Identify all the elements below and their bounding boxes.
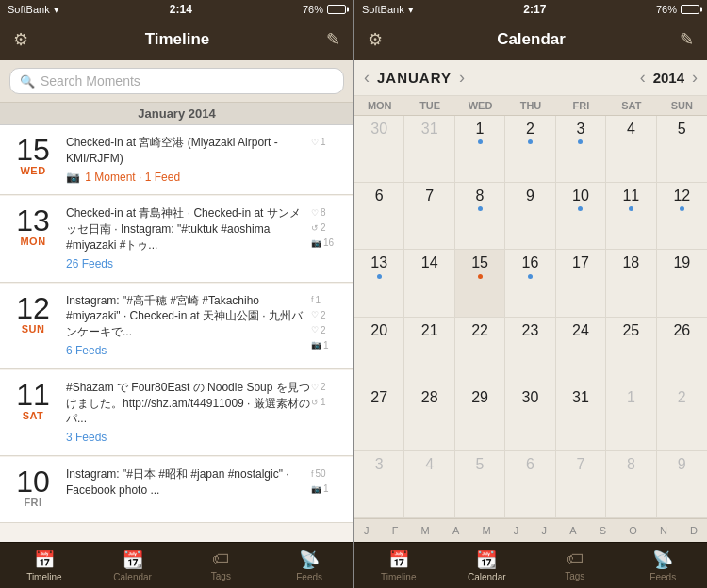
meta-row-12a: f 1 bbox=[311, 293, 344, 308]
cal-day-10[interactable]: 10 bbox=[556, 183, 606, 249]
prev-month-btn[interactable]: ‹ bbox=[358, 66, 375, 90]
cal-day-3[interactable]: 3 bbox=[556, 116, 606, 182]
month-nav-sep[interactable]: S bbox=[600, 525, 606, 536]
cal-day-1[interactable]: 1 bbox=[455, 116, 505, 182]
tab-timeline-left[interactable]: 📅 Timeline bbox=[0, 543, 89, 588]
edit-icon-right[interactable]: ✎ bbox=[680, 29, 694, 50]
cal-day-3-next[interactable]: 3 bbox=[354, 451, 404, 517]
month-nav-jun[interactable]: J bbox=[514, 525, 519, 536]
day-31: 31 bbox=[572, 388, 589, 406]
day-26: 26 bbox=[673, 321, 690, 339]
cal-day-1-next[interactable]: 1 bbox=[606, 384, 656, 450]
cal-day-4[interactable]: 4 bbox=[606, 116, 656, 182]
cal-day-18[interactable]: 18 bbox=[606, 250, 656, 316]
tab-timeline-right[interactable]: 📅 Timeline bbox=[354, 543, 443, 588]
day-5: 5 bbox=[678, 120, 686, 138]
cal-day-23[interactable]: 23 bbox=[505, 318, 555, 384]
cal-day-7-next[interactable]: 7 bbox=[556, 451, 606, 517]
settings-icon-left[interactable]: ⚙ bbox=[13, 29, 28, 50]
weekday-mon: MON bbox=[354, 96, 404, 115]
day-12: 12 bbox=[673, 187, 690, 204]
cal-day-27[interactable]: 27 bbox=[354, 384, 404, 450]
settings-icon-right[interactable]: ⚙ bbox=[368, 29, 383, 50]
cal-day-9-next[interactable]: 9 bbox=[657, 451, 707, 517]
cal-day-22[interactable]: 22 bbox=[455, 318, 505, 384]
feeds-link-12[interactable]: 6 Feeds bbox=[66, 343, 311, 359]
cal-day-12[interactable]: 12 bbox=[657, 183, 707, 249]
date-13: 13 MON bbox=[9, 205, 57, 271]
moment-text-15: 1 Moment · 1 Feed bbox=[85, 171, 180, 184]
day-23: 23 bbox=[522, 321, 539, 339]
cal-day-16[interactable]: 16 bbox=[505, 250, 555, 316]
cal-day-14[interactable]: 14 bbox=[404, 250, 454, 316]
tab-calendar-right[interactable]: 📆 Calendar bbox=[443, 543, 532, 588]
cal-day-8-next[interactable]: 8 bbox=[606, 451, 656, 517]
cal-day-30-prev[interactable]: 30 bbox=[354, 116, 404, 182]
cal-day-29[interactable]: 29 bbox=[455, 384, 505, 450]
cal-day-7[interactable]: 7 bbox=[404, 183, 454, 249]
cal-day-6-next[interactable]: 6 bbox=[505, 451, 555, 517]
edit-icon-left[interactable]: ✎ bbox=[326, 29, 340, 50]
tab-calendar-left[interactable]: 📆 Calendar bbox=[89, 543, 177, 588]
cal-day-26[interactable]: 26 bbox=[657, 318, 707, 384]
dot-16 bbox=[528, 274, 533, 279]
section-header-january: January 2014 bbox=[0, 103, 354, 125]
meta-row-12b: ♡ 2 bbox=[311, 308, 344, 323]
cal-day-5-next[interactable]: 5 bbox=[455, 451, 505, 517]
cal-day-30[interactable]: 30 bbox=[505, 384, 555, 450]
feeds-link-11[interactable]: 3 Feeds bbox=[66, 430, 311, 446]
month-nav-jan[interactable]: J bbox=[364, 525, 370, 536]
month-nav-apr[interactable]: A bbox=[452, 525, 459, 536]
tab-feeds-left[interactable]: 📡 Feeds bbox=[265, 543, 354, 588]
day-8: 8 bbox=[476, 187, 485, 204]
cal-day-5[interactable]: 5 bbox=[657, 116, 707, 182]
month-nav-aug[interactable]: A bbox=[569, 525, 576, 536]
day-7: 7 bbox=[425, 187, 434, 204]
cal-day-9[interactable]: 9 bbox=[505, 183, 555, 249]
feeds-link-13[interactable]: 26 Feeds bbox=[66, 256, 311, 272]
calendar-weekdays: MON TUE WED THU FRI SAT SUN bbox=[354, 96, 707, 116]
status-bar-left: SoftBank ▾ 2:14 76% bbox=[0, 0, 354, 19]
cal-day-24[interactable]: 24 bbox=[556, 318, 606, 384]
prev-year-btn[interactable]: ‹ bbox=[634, 66, 651, 90]
status-bar-right: SoftBank ▾ 2:17 76% bbox=[354, 0, 707, 19]
cal-day-4-next[interactable]: 4 bbox=[404, 451, 454, 517]
cal-day-2-next[interactable]: 2 bbox=[657, 384, 707, 450]
month-nav-jul[interactable]: J bbox=[541, 525, 547, 536]
tab-tags-left[interactable]: 🏷 Tags bbox=[177, 543, 266, 588]
count-11a: 2 bbox=[321, 380, 326, 395]
cal-day-31[interactable]: 31 bbox=[556, 384, 606, 450]
timeline-list[interactable]: 15 WED Checked-in at 宮崎空港 (Miyazaki Airp… bbox=[0, 125, 354, 542]
cal-day-6[interactable]: 6 bbox=[354, 183, 404, 249]
month-nav-dec[interactable]: D bbox=[690, 525, 698, 536]
cal-day-15[interactable]: 15 bbox=[455, 250, 505, 316]
cal-day-19[interactable]: 19 bbox=[657, 250, 707, 316]
cal-day-8[interactable]: 8 bbox=[455, 183, 505, 249]
next-month-btn[interactable]: › bbox=[453, 66, 470, 90]
month-nav-mar[interactable]: M bbox=[421, 525, 430, 536]
month-nav-nov[interactable]: N bbox=[660, 525, 667, 536]
month-nav-oct[interactable]: O bbox=[629, 525, 637, 536]
cal-day-2[interactable]: 2 bbox=[505, 116, 555, 182]
cal-day-21[interactable]: 21 bbox=[404, 318, 454, 384]
month-nav-feb[interactable]: F bbox=[392, 525, 399, 536]
cal-day-25[interactable]: 25 bbox=[606, 318, 656, 384]
month-nav-may[interactable]: M bbox=[482, 525, 490, 536]
tab-tags-right[interactable]: 🏷 Tags bbox=[531, 543, 619, 588]
wifi-icon-left: ▾ bbox=[54, 4, 59, 16]
cal-day-13[interactable]: 13 bbox=[354, 250, 404, 316]
tab-tags-icon-left: 🏷 bbox=[212, 549, 229, 569]
weekday-sat: SAT bbox=[606, 96, 656, 115]
cal-week-6: 3 4 5 6 7 8 9 bbox=[354, 451, 707, 518]
cal-day-20[interactable]: 20 bbox=[354, 318, 404, 384]
cal-day-17[interactable]: 17 bbox=[556, 250, 606, 316]
tab-feeds-right[interactable]: 📡 Feeds bbox=[619, 543, 708, 588]
feeds-link-15[interactable]: 📷 1 Moment · 1 Feed bbox=[66, 170, 311, 186]
next-year-btn[interactable]: › bbox=[686, 66, 703, 90]
day-num-13: 13 bbox=[9, 205, 57, 236]
search-input-container[interactable]: 🔍 Search Moments bbox=[9, 68, 344, 94]
cal-day-31-prev[interactable]: 31 bbox=[404, 116, 454, 182]
ig-icon-10: 📷 bbox=[311, 482, 321, 496]
cal-day-28[interactable]: 28 bbox=[404, 384, 454, 450]
cal-day-11[interactable]: 11 bbox=[606, 183, 656, 249]
